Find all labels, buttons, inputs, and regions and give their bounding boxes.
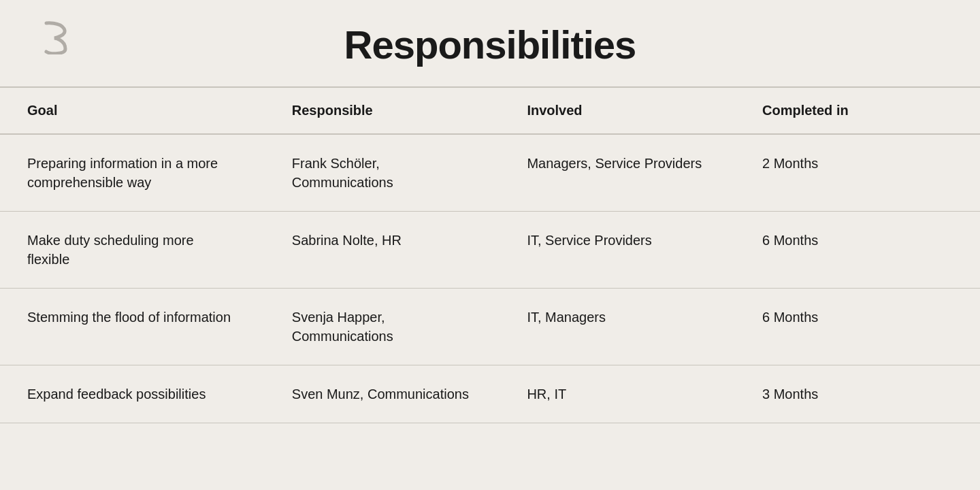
table-row: Stemming the flood of informationSvenja … xyxy=(0,289,980,365)
cell-goal-1: Make duty scheduling more flexible xyxy=(0,212,265,289)
header: Responsibilities xyxy=(0,0,980,86)
cell-involved-3: HR, IT xyxy=(500,365,735,423)
cell-goal-3: Expand feedback possibilities xyxy=(0,365,265,423)
col-header-responsible: Responsible xyxy=(265,87,500,134)
cell-completed-3: 3 Months xyxy=(735,365,980,423)
table-row: Make duty scheduling more flexibleSabrin… xyxy=(0,212,980,289)
cell-completed-1: 6 Months xyxy=(735,212,980,289)
cell-completed-0: 2 Months xyxy=(735,134,980,212)
cell-completed-2: 6 Months xyxy=(735,289,980,365)
cell-responsible-2: Svenja Happer, Communications xyxy=(265,289,500,365)
table-row: Preparing information in a more comprehe… xyxy=(0,134,980,212)
table-header-row: Goal Responsible Involved Completed in xyxy=(0,87,980,134)
page-wrapper: Responsibilities Goal Responsible Involv… xyxy=(0,0,980,490)
responsibilities-table: Goal Responsible Involved Completed in P… xyxy=(0,86,980,423)
cell-goal-0: Preparing information in a more comprehe… xyxy=(0,134,265,212)
cell-involved-0: Managers, Service Providers xyxy=(500,134,735,212)
col-header-goal: Goal xyxy=(0,87,265,134)
col-header-involved: Involved xyxy=(500,87,735,134)
cell-responsible-0: Frank Schöler, Communications xyxy=(265,134,500,212)
cell-involved-2: IT, Managers xyxy=(500,289,735,365)
col-header-completed: Completed in xyxy=(735,87,980,134)
cell-involved-1: IT, Service Providers xyxy=(500,212,735,289)
table-container: Goal Responsible Involved Completed in P… xyxy=(0,86,980,490)
page-title: Responsibilities xyxy=(344,22,636,67)
cell-responsible-3: Sven Munz, Communications xyxy=(265,365,500,423)
cell-goal-2: Stemming the flood of information xyxy=(0,289,265,365)
logo xyxy=(41,19,69,57)
table-row: Expand feedback possibilitiesSven Munz, … xyxy=(0,365,980,423)
cell-responsible-1: Sabrina Nolte, HR xyxy=(265,212,500,289)
